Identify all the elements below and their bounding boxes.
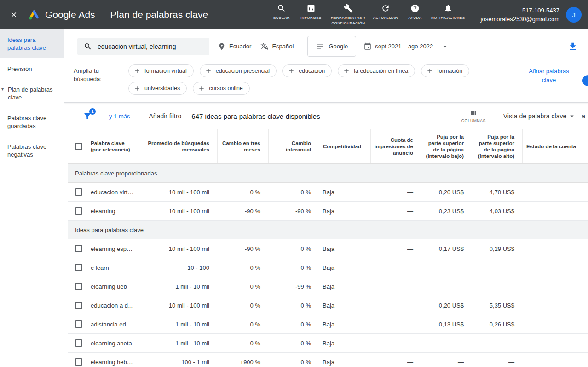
- account-email: josemorales2530@gmail.com: [481, 15, 559, 23]
- filter-icon[interactable]: 1: [83, 111, 92, 121]
- network-selector[interactable]: Google: [307, 36, 356, 57]
- cutoff-text: a: [582, 112, 585, 120]
- sidebar-item-plan[interactable]: ▾Plan de palabras clave: [0, 79, 64, 108]
- column-header-top_bid_high[interactable]: Puja por la parte superior de la página …: [472, 129, 522, 163]
- cell-competition: Baja: [319, 353, 370, 367]
- cell-competition: Baja: [319, 315, 370, 333]
- keyword-text: adistancia educ...: [91, 321, 134, 328]
- column-header-competition[interactable]: Competitividad: [319, 129, 370, 163]
- keyword-text: educacion virtual: [91, 189, 134, 196]
- cell-top_bid_high: —: [472, 353, 522, 367]
- keyword-view-dropdown[interactable]: Vista de palabra clave: [503, 112, 576, 120]
- row-checkbox[interactable]: [75, 207, 82, 215]
- row-checkbox[interactable]: [75, 358, 82, 366]
- cell-account_status: [522, 315, 588, 333]
- topbar-actualizar-button[interactable]: ACTUALIZAR: [372, 4, 399, 20]
- keyword-chip[interactable]: educacion presencial: [200, 64, 277, 77]
- table-row: adistancia educ...1 mil - 10 mil0 %0 %Ba…: [68, 315, 588, 334]
- sidebar-item-negativas[interactable]: Palabras clave negativas: [0, 136, 64, 165]
- google-ads-logo-icon: [28, 8, 40, 21]
- table-row: elearning hebron100 - 1 mil+900 %0 %Baja…: [68, 353, 588, 367]
- keyword-chip-label: formación: [437, 68, 462, 74]
- app-body: Ideas para palabras clavePrevisión▾Plan …: [0, 29, 588, 367]
- column-header-avg_monthly[interactable]: Promedio de búsquedas mensuales: [138, 129, 217, 163]
- keyword-chip[interactable]: universidades: [128, 82, 187, 95]
- cell-ad_impression_share: —: [370, 258, 421, 277]
- cell-account_status: [522, 202, 588, 220]
- keyword-chip[interactable]: formación: [421, 64, 469, 77]
- add-filter-button[interactable]: Añadir filtro: [149, 112, 182, 120]
- topbar-nav-label: HERRAMIENTAS Y CONFIGURACIÓN: [327, 15, 369, 25]
- table-row: elearning ueb1 mil - 10 mil0 %-99 %Baja—…: [68, 277, 588, 296]
- column-header-three_month_change[interactable]: Cambio en tres meses: [217, 129, 268, 163]
- topbar-notificaciones-button[interactable]: NOTIFICACIONES: [431, 4, 465, 20]
- cell-yoy_change: 0 %: [268, 183, 319, 201]
- main-content: Ecuador Español Google: [64, 29, 588, 367]
- google-ads-keyword-plan-screen: Google Ads Plan de palabras clave BUSCAR…: [0, 0, 588, 367]
- cell-ad_impression_share: —: [370, 183, 421, 201]
- topbar-divider: [103, 8, 103, 21]
- sidebar-item-guardadas[interactable]: Palabras clave guardadas: [0, 108, 64, 136]
- cell-keyword: adistancia educ...: [68, 315, 138, 333]
- search-icon: [277, 4, 286, 13]
- row-checkbox[interactable]: [75, 302, 82, 309]
- avatar[interactable]: J: [566, 7, 582, 23]
- download-icon[interactable]: [568, 41, 578, 52]
- keyword-text: elearning espoch: [91, 245, 134, 252]
- row-checkbox[interactable]: [75, 283, 82, 290]
- column-header-account_status[interactable]: Estado de la cuenta: [522, 129, 588, 163]
- location-selector[interactable]: Ecuador: [218, 42, 251, 51]
- cell-top_bid_high: 0,29 US$: [472, 239, 522, 258]
- column-header-label: Puja por la parte superior de la página …: [424, 134, 464, 159]
- select-all-checkbox[interactable]: [75, 143, 82, 150]
- keywords-search-box[interactable]: [77, 38, 209, 55]
- row-checkbox[interactable]: [75, 264, 82, 271]
- cell-keyword: educacion a dis...: [68, 296, 138, 315]
- cell-top_bid_high: 0,26 US$: [472, 315, 522, 333]
- wrench-icon: [344, 4, 353, 13]
- topbar-nav-label: ACTUALIZAR: [373, 15, 398, 20]
- table-row: educacion a dis...10 mil - 100 mil0 %0 %…: [68, 296, 588, 315]
- column-header-keyword[interactable]: Palabra clave (por relevancia): [68, 129, 138, 163]
- keyword-text: e learn: [91, 264, 109, 271]
- row-checkbox[interactable]: [75, 339, 82, 347]
- column-header-top_bid_low[interactable]: Puja por la parte superior de la página …: [421, 129, 472, 163]
- keyword-chip-label: cursos online: [209, 85, 243, 92]
- account-id: 517-109-5437: [481, 6, 559, 15]
- keyword-chip[interactable]: formacion virtual: [128, 64, 194, 77]
- column-header-label: Promedio de búsquedas mensuales: [141, 140, 209, 153]
- expand-search-row: Amplía tu búsqueda: formacion virtualedu…: [64, 63, 588, 102]
- filter-more-link[interactable]: y 1 más: [109, 113, 130, 120]
- topbar-buscar-button[interactable]: BUSCAR: [268, 4, 295, 20]
- cell-competition: Baja: [319, 202, 370, 220]
- cell-avg_monthly: 10 mil - 100 mil: [138, 296, 217, 315]
- language-selector[interactable]: Español: [260, 42, 294, 51]
- row-checkbox[interactable]: [75, 320, 82, 328]
- keyword-chip[interactable]: educacion: [282, 64, 332, 77]
- columns-button[interactable]: COLUMNAS: [461, 110, 486, 123]
- date-range-selector[interactable]: sept 2021 – ago 2022: [363, 42, 449, 51]
- row-checkbox[interactable]: [75, 188, 82, 196]
- topbar-herramientas-button[interactable]: HERRAMIENTAS Y CONFIGURACIÓN: [327, 4, 369, 25]
- keyword-chip[interactable]: cursos online: [193, 82, 250, 95]
- column-header-label: Cambio en tres meses: [220, 140, 260, 153]
- column-header-yoy_change[interactable]: Cambio interanual: [268, 129, 319, 163]
- topbar-ayuda-button[interactable]: AYUDA: [402, 4, 428, 20]
- sidebar-item-prevision[interactable]: Previsión: [0, 58, 64, 79]
- topbar-informes-button[interactable]: INFORMES: [298, 4, 324, 20]
- cell-competition: Baja: [319, 296, 370, 315]
- sidebar-item-ideas[interactable]: Ideas para palabras clave: [0, 29, 64, 58]
- refresh-icon: [381, 4, 390, 13]
- row-checkbox[interactable]: [75, 245, 82, 252]
- cell-keyword: elearning ueb: [68, 277, 138, 296]
- cell-three_month_change: -90 %: [217, 239, 268, 258]
- column-header-ad_impression_share[interactable]: Cuota de impresiones de anuncio: [370, 129, 421, 163]
- cell-top_bid_high: 5,35 US$: [472, 296, 522, 315]
- keyword-chip[interactable]: la educación en línea: [338, 64, 415, 77]
- cell-keyword: elearning hebron: [68, 353, 138, 367]
- keywords-input[interactable]: [98, 43, 204, 50]
- cell-three_month_change: -90 %: [217, 202, 268, 220]
- refine-keywords-button[interactable]: Afinar palabras clave: [522, 64, 576, 84]
- close-button[interactable]: [8, 9, 19, 20]
- cell-top_bid_low: 0,20 US$: [421, 296, 472, 315]
